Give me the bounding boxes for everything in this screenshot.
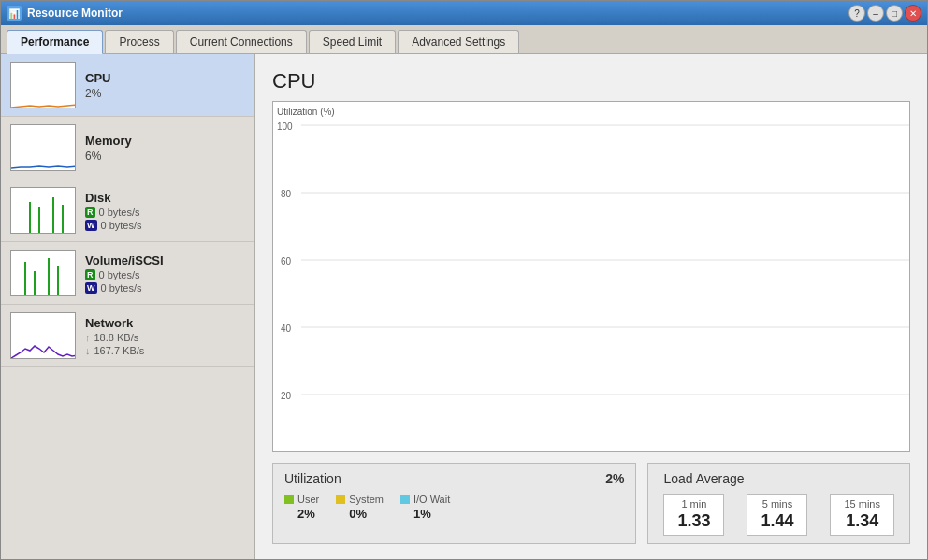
tab-process[interactable]: Process [105,30,173,53]
svg-rect-1 [11,125,76,171]
sidebar-item-memory[interactable]: Memory 6% [1,117,254,179]
network-mini-graph [10,312,76,359]
memory-value: 6% [85,150,132,163]
network-label: Network [85,316,144,330]
network-info: Network ↑ 18.8 KB/s ↓ 167.7 KB/s [85,316,144,356]
iowait-color-dot [400,495,410,504]
load-15mins-label: 15 mins [844,498,880,510]
volume-mini-graph [10,250,76,296]
sidebar-item-network[interactable]: Network ↑ 18.8 KB/s ↓ 167.7 KB/s [1,305,254,367]
cpu-mini-graph [10,62,76,108]
util-item-system: System 0% [336,494,384,521]
system-color-dot [336,495,345,504]
sidebar-item-disk[interactable]: Disk R 0 bytes/s W 0 bytes/s [1,179,254,242]
content-area: CPU 2% Memory 6% [1,54,927,559]
cpu-info: CPU 2% [85,71,110,100]
memory-label: Memory [85,134,132,148]
load-item-15mins: 15 mins 1.34 [830,494,894,536]
volume-read: R 0 bytes/s [85,269,164,280]
chart-area: Utilization (%) 100 80 60 40 20 0 [272,101,910,452]
minimize-button[interactable]: – [867,5,884,22]
svg-rect-7 [11,251,76,296]
title-bar-left: 📊 Resource Monitor [7,6,123,21]
load-items: 1 min 1.33 5 mins 1.44 15 mins 1.34 [663,494,894,536]
main-title: CPU [272,69,910,93]
svg-text:40: 40 [281,323,292,334]
disk-write: W 0 bytes/s [85,220,142,231]
load-1min-value: 1.33 [677,511,710,531]
svg-text:Utilization (%): Utilization (%) [277,107,335,117]
close-button[interactable]: ✕ [905,5,921,22]
user-value: 2% [284,507,319,521]
memory-mini-graph [10,124,76,171]
volume-label: Volume/iSCSI [85,253,164,267]
util-percent: 2% [605,471,624,486]
tab-advanced-settings[interactable]: Advanced Settings [398,30,519,53]
disk-mini-graph [10,187,76,234]
util-items: User 2% System 0% [284,494,624,521]
disk-label: Disk [85,191,142,205]
tab-current-connections[interactable]: Current Connections [176,30,307,53]
iowait-value: 1% [400,507,450,521]
svg-rect-2 [11,188,76,234]
user-color-dot [284,495,294,504]
user-label: User [297,494,319,505]
help-button[interactable]: ? [848,5,865,22]
disk-read: R 0 bytes/s [85,207,142,218]
sidebar-item-cpu[interactable]: CPU 2% [1,54,254,117]
main-window: 📊 Resource Monitor ? – □ ✕ Performance P… [0,0,928,560]
app-icon: 📊 [7,6,22,21]
util-title: Utilization [284,471,341,486]
sidebar: CPU 2% Memory 6% [1,54,255,559]
load-15mins-value: 1.34 [846,511,878,531]
svg-rect-0 [11,63,76,108]
disk-info: Disk R 0 bytes/s W 0 bytes/s [85,191,142,231]
memory-info: Memory 6% [85,134,132,163]
tab-performance[interactable]: Performance [7,30,103,54]
svg-text:80: 80 [281,189,292,199]
window-title: Resource Monitor [27,7,123,20]
load-average-box: Load Average 1 min 1.33 5 mins 1.44 15 m… [647,463,910,544]
title-buttons: ? – □ ✕ [848,5,921,22]
bottom-stats: Utilization 2% User 2% [272,463,910,544]
load-title: Load Average [663,471,894,486]
network-upload: ↑ 18.8 KB/s [85,332,144,343]
volume-info: Volume/iSCSI R 0 bytes/s W 0 bytes/s [85,253,164,294]
tab-speed-limit[interactable]: Speed Limit [309,30,396,53]
cpu-label: CPU [85,71,110,85]
title-bar: 📊 Resource Monitor ? – □ ✕ [1,1,927,25]
utilization-box: Utilization 2% User 2% [272,463,636,544]
util-item-iowait: I/O Wait 1% [400,494,450,521]
load-5mins-label: 5 mins [762,498,792,510]
svg-text:100: 100 [277,122,293,132]
util-item-user: User 2% [284,494,319,521]
main-panel: CPU Utilization (%) 100 80 60 40 20 0 [255,54,927,559]
system-label: System [349,494,384,505]
load-item-5mins: 5 mins 1.44 [747,494,807,536]
maximize-button[interactable]: □ [886,5,903,22]
network-download: ↓ 167.7 KB/s [85,345,144,356]
system-value: 0% [336,507,384,521]
util-header: Utilization 2% [284,471,624,486]
tab-bar: Performance Process Current Connections … [1,25,927,54]
load-5mins-value: 1.44 [761,511,793,531]
load-1min-label: 1 min [681,498,706,510]
svg-text:60: 60 [281,256,292,266]
sidebar-item-volume[interactable]: Volume/iSCSI R 0 bytes/s W 0 bytes/s [1,242,254,305]
svg-text:20: 20 [281,391,292,401]
volume-write: W 0 bytes/s [85,282,164,294]
cpu-value: 2% [85,87,110,100]
load-item-1min: 1 min 1.33 [663,494,724,536]
iowait-label: I/O Wait [413,494,450,505]
